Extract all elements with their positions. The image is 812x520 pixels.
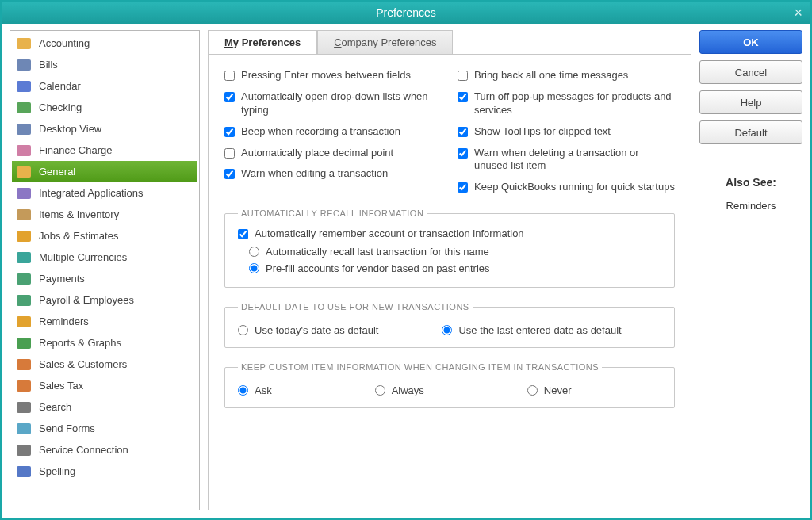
preferences-window: Preferences × AccountingBillsCalendarChe…: [0, 0, 812, 520]
sidebar-item-label: Reports & Graphs: [39, 337, 121, 349]
also-see-title: Also See:: [699, 176, 802, 189]
sidebar: AccountingBillsCalendarCheckingDesktop V…: [10, 30, 200, 510]
sidebar-item-search[interactable]: Search: [12, 396, 197, 418]
category-icon: [15, 464, 33, 480]
category-icon: [15, 421, 33, 437]
sidebar-item-label: Send Forms: [39, 422, 95, 434]
ok-button[interactable]: OK: [699, 30, 802, 54]
sidebar-item-payments[interactable]: Payments: [12, 268, 197, 289]
radio-keep-never[interactable]: Never: [527, 384, 572, 396]
sidebar-item-bills[interactable]: Bills: [12, 54, 197, 75]
sidebar-item-label: Accounting: [39, 37, 90, 49]
check-auto-dropdown[interactable]: Automatically open drop-down lists when …: [224, 90, 442, 117]
radio-date-last[interactable]: Use the last entered date as default: [442, 324, 621, 336]
sidebar-item-send-forms[interactable]: Send Forms: [12, 418, 197, 439]
sidebar-item-multiple-currencies[interactable]: Multiple Currencies: [12, 247, 197, 268]
sidebar-item-general[interactable]: General: [12, 161, 197, 182]
radio-date-today[interactable]: Use today's date as default: [238, 324, 378, 336]
check-warn-edit[interactable]: Warn when editing a transaction: [224, 167, 442, 181]
sidebar-item-calendar[interactable]: Calendar: [12, 75, 197, 97]
check-popup-off[interactable]: Turn off pop-up messages for products an…: [458, 90, 675, 117]
sidebar-item-label: Sales & Customers: [39, 358, 127, 370]
sidebar-item-desktop-view[interactable]: Desktop View: [12, 118, 197, 140]
radio-keep-always[interactable]: Always: [375, 384, 424, 396]
category-icon: [15, 164, 33, 180]
cancel-button[interactable]: Cancel: [699, 60, 802, 84]
sidebar-item-reports-graphs[interactable]: Reports & Graphs: [12, 332, 197, 354]
sidebar-item-integrated-applications[interactable]: Integrated Applications: [12, 182, 197, 204]
category-icon: [15, 271, 33, 287]
radio-keep-ask[interactable]: Ask: [238, 384, 272, 396]
category-icon: [15, 442, 33, 458]
sidebar-item-jobs-estimates[interactable]: Jobs & Estimates: [12, 225, 197, 247]
sidebar-item-items-inventory[interactable]: Items & Inventory: [12, 204, 197, 225]
category-icon: [15, 57, 33, 73]
group-keep-custom: KEEP CUSTOM ITEM INFORMATION WHEN CHANGI…: [224, 362, 675, 408]
check-warn-delete[interactable]: Warn when deleting a transaction or unus…: [458, 147, 675, 174]
tab-company-preferences[interactable]: Company Preferences: [317, 30, 453, 54]
sidebar-item-label: General: [39, 166, 75, 178]
check-bring-back-msg[interactable]: Bring back all one time messages: [458, 69, 675, 82]
sidebar-item-label: Calendar: [39, 80, 81, 92]
sidebar-item-spelling[interactable]: Spelling: [12, 461, 197, 482]
group-auto-recall: AUTOMATICALLY RECALL INFORMATION Automat…: [224, 208, 675, 288]
also-see-item[interactable]: Reminders: [699, 200, 802, 212]
category-icon: [15, 36, 33, 52]
check-keep-running[interactable]: Keep QuickBooks running for quick startu…: [458, 181, 675, 194]
category-icon: [15, 357, 33, 373]
sidebar-item-finance-charge[interactable]: Finance Charge: [12, 140, 197, 161]
sidebar-item-payroll-employees[interactable]: Payroll & Employees: [12, 289, 197, 311]
tab-my-preferences[interactable]: My Preferences: [208, 30, 317, 54]
check-tooltips[interactable]: Show ToolTips for clipped text: [458, 125, 675, 139]
sidebar-item-label: Jobs & Estimates: [39, 230, 118, 242]
check-auto-decimal[interactable]: Automatically place decimal point: [224, 147, 442, 160]
category-icon: [15, 314, 33, 330]
sidebar-item-label: Sales Tax: [39, 380, 83, 392]
radio-recall-prefill[interactable]: Pre-fill accounts for vendor based on pa…: [249, 262, 661, 274]
category-icon: [15, 335, 33, 351]
check-enter-moves-fields[interactable]: Pressing Enter moves between fields: [224, 69, 442, 82]
sidebar-item-sales-customers[interactable]: Sales & Customers: [12, 354, 197, 375]
sidebar-item-accounting[interactable]: Accounting: [12, 32, 197, 54]
sidebar-item-sales-tax[interactable]: Sales Tax: [12, 375, 197, 396]
category-icon: [15, 250, 33, 266]
group-keep-custom-legend: KEEP CUSTOM ITEM INFORMATION WHEN CHANGI…: [238, 362, 602, 372]
group-default-date: DEFAULT DATE TO USE FOR NEW TRANSACTIONS…: [224, 302, 675, 348]
group-auto-recall-legend: AUTOMATICALLY RECALL INFORMATION: [238, 208, 427, 218]
sidebar-item-label: Items & Inventory: [39, 208, 119, 220]
category-icon: [15, 378, 33, 394]
sidebar-item-label: Finance Charge: [39, 144, 113, 156]
sidebar-item-label: Checking: [39, 101, 82, 113]
content-area: AccountingBillsCalendarCheckingDesktop V…: [2, 24, 810, 518]
sidebar-item-label: Bills: [39, 59, 58, 71]
sidebar-item-service-connection[interactable]: Service Connection: [12, 439, 197, 461]
sidebar-item-checking[interactable]: Checking: [12, 97, 197, 118]
window-title: Preferences: [376, 6, 435, 19]
check-beep[interactable]: Beep when recording a transaction: [224, 125, 442, 139]
check-auto-remember[interactable]: Automatically remember account or transa…: [238, 228, 661, 241]
category-icon: [15, 228, 33, 244]
close-icon[interactable]: ×: [794, 5, 802, 21]
radio-recall-last[interactable]: Automatically recall last transaction fo…: [249, 246, 661, 258]
sidebar-list[interactable]: AccountingBillsCalendarCheckingDesktop V…: [12, 32, 197, 508]
sidebar-item-label: Payments: [39, 273, 85, 285]
sidebar-item-label: Desktop View: [39, 123, 102, 135]
sidebar-item-label: Spelling: [39, 465, 75, 477]
help-button[interactable]: Help: [699, 90, 802, 114]
category-icon: [15, 207, 33, 223]
sidebar-item-reminders[interactable]: Reminders: [12, 311, 197, 332]
titlebar: Preferences ×: [2, 2, 810, 24]
sidebar-item-label: Reminders: [39, 315, 89, 327]
sidebar-item-label: Integrated Applications: [39, 187, 144, 199]
sidebar-item-label: Payroll & Employees: [39, 294, 134, 306]
sidebar-item-label: Multiple Currencies: [39, 251, 127, 263]
category-icon: [15, 100, 33, 116]
group-default-date-legend: DEFAULT DATE TO USE FOR NEW TRANSACTIONS: [238, 302, 473, 312]
category-icon: [15, 400, 33, 415]
center-panel: My Preferences Company Preferences Press…: [208, 30, 691, 510]
category-icon: [15, 292, 33, 308]
default-button[interactable]: Default: [699, 120, 802, 144]
sidebar-item-label: Search: [39, 401, 71, 413]
sidebar-item-label: Service Connection: [39, 444, 128, 456]
right-column: OK Cancel Help Default Also See: Reminde…: [699, 30, 802, 510]
